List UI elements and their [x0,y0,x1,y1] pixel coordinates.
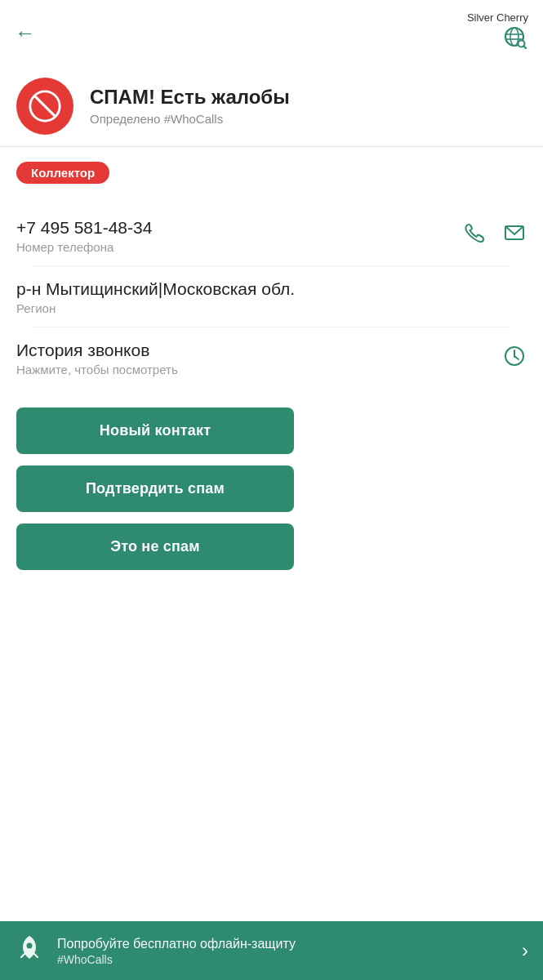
call-icon[interactable] [463,221,487,249]
banner-text-block: Попробуйте бесплатно офлайн-защиту #WhoC… [57,935,509,966]
collector-tag: Коллектор [16,162,109,184]
svg-point-12 [27,943,33,949]
spam-subtitle: Определено #WhoCalls [90,112,290,126]
history-text-block: История звонков Нажмите, чтобы посмотрет… [16,339,178,376]
spam-title-block: СПАМ! Есть жалобы Определено #WhoCalls [90,86,290,127]
phone-text-block: +7 495 581-48-34 Номер телефона [16,216,152,254]
info-section: +7 495 581-48-34 Номер телефона р-н Мыти… [0,192,543,389]
history-subtitle: Нажмите, чтобы посмотреть [16,363,178,376]
app-name-label: Silver Cherry [467,11,528,24]
back-button[interactable]: ← [15,22,36,43]
not-spam-button[interactable]: Это не спам [16,523,294,570]
phone-row[interactable]: +7 495 581-48-34 Номер телефона [16,205,527,265]
message-icon[interactable] [502,221,527,249]
region-text-block: р-н Мытищинский|Московская обл. Регион [16,278,295,315]
banner-text: Попробуйте бесплатно офлайн-защиту [57,935,509,953]
spam-icon [16,78,73,135]
region-label: Регион [16,301,295,315]
spam-title: СПАМ! Есть жалобы [90,86,290,109]
banner-hashtag: #WhoCalls [57,953,509,966]
banner-arrow-icon[interactable]: › [522,939,528,962]
phone-label: Номер телефона [16,240,152,254]
history-icon-wrap [502,344,527,372]
region-name: р-н Мытищинский|Московская обл. [16,278,295,300]
rocket-icon [15,933,44,969]
spam-header: СПАМ! Есть жалобы Определено #WhoCalls [0,63,543,146]
history-title: История звонков [16,339,178,361]
region-row: р-н Мытищинский|Московская обл. Регион [16,266,527,327]
buttons-section: Новый контакт Подтвердить спам Это не сп… [0,388,543,578]
clock-icon[interactable] [502,344,527,372]
bottom-banner[interactable]: Попробуйте бесплатно офлайн-защиту #WhoC… [0,921,543,980]
globe-search-icon[interactable] [502,24,528,55]
svg-line-11 [514,356,519,359]
phone-action-icons [463,221,527,249]
top-bar: ← Silver Cherry [0,0,543,63]
history-row[interactable]: История звонков Нажмите, чтобы посмотрет… [16,327,527,388]
svg-line-5 [523,46,526,48]
svg-point-1 [510,28,519,46]
phone-number: +7 495 581-48-34 [16,216,152,238]
svg-line-7 [35,96,56,116]
top-right: Silver Cherry [467,11,528,55]
tag-section: Коллектор [0,147,543,192]
new-contact-button[interactable]: Новый контакт [16,408,294,454]
confirm-spam-button[interactable]: Подтвердить спам [16,466,294,512]
